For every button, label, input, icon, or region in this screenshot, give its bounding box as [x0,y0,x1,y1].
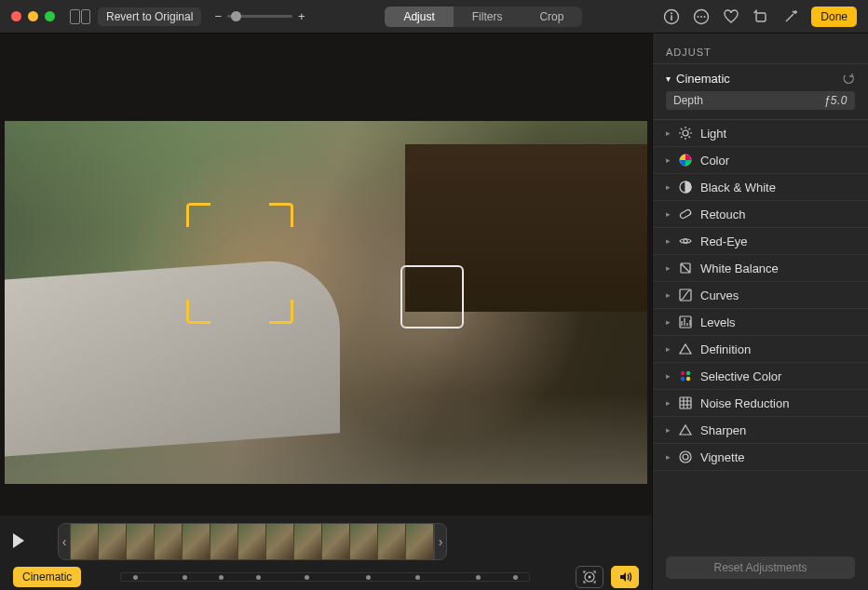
zoom-out-icon: − [214,9,222,23]
title-bar: Revert to Original − + Adjust Filters Cr… [0,0,868,34]
close-window-button[interactable] [11,11,21,21]
adjustment-label: Curves [700,288,739,302]
chevron-right-icon: ▸ [666,155,671,165]
svg-point-10 [683,130,688,136]
adjustment-levels[interactable]: ▸ Levels [653,309,868,336]
adjustment-curves[interactable]: ▸ Curves [653,282,868,309]
adjustment-label: Sharpen [700,423,746,437]
compare-view-toggle[interactable] [70,9,90,24]
chevron-right-icon: ▸ [666,290,671,300]
play-button[interactable] [13,533,30,550]
trim-handle-left[interactable]: ‹ [58,523,71,560]
triangle-icon [678,342,693,356]
sun-icon [678,126,693,141]
done-button[interactable]: Done [811,7,857,27]
timeline: ‹ › Cinematic [0,516,652,590]
cinematic-mode-pill[interactable]: Cinematic [13,567,81,587]
color-wheel-icon [678,153,693,168]
adjustment-white-balance[interactable]: ▸ White Balance [653,255,868,282]
favorite-heart-icon[interactable] [722,7,740,26]
chevron-right-icon: ▸ [666,128,671,138]
chevron-right-icon: ▸ [666,398,671,408]
photo-preview [5,121,647,484]
tab-crop[interactable]: Crop [521,7,582,27]
half-circle-icon [678,180,693,194]
chevron-right-icon: ▸ [666,182,671,192]
adjustment-noise-reduction[interactable]: ▸ Noise Reduction [653,390,868,417]
filmstrip[interactable]: ‹ › [58,523,447,560]
preview-canvas[interactable] [0,34,652,516]
focus-box-secondary[interactable] [400,265,464,329]
zoom-in-icon: + [298,9,305,23]
adjustment-retouch[interactable]: ▸ Retouch [653,201,868,228]
chevron-right-icon: ▸ [666,317,671,327]
chevron-right-icon: ▸ [666,209,671,219]
adjustment-label: White Balance [700,261,779,275]
fullscreen-button[interactable] [45,11,55,21]
palette-icon [678,369,693,383]
adjustment-label: Definition [700,342,751,356]
svg-rect-7 [756,13,766,21]
tab-adjust[interactable]: Adjust [385,7,453,27]
minimize-window-button[interactable] [28,11,38,21]
adjustment-label: Noise Reduction [700,396,789,410]
cinematic-label: Cinematic [676,72,730,86]
trim-handle-right[interactable]: › [434,523,447,560]
depth-slider[interactable]: Depth ƒ5.0 [666,91,855,110]
svg-point-6 [704,16,706,18]
triangle-icon [678,422,693,437]
adjustment-definition[interactable]: ▸ Definition [653,336,868,363]
focus-track[interactable] [120,572,530,582]
tab-filters[interactable]: Filters [454,7,522,27]
svg-rect-13 [679,208,691,219]
svg-point-14 [684,239,687,243]
chevron-down-icon[interactable]: ▾ [666,74,671,84]
svg-point-9 [589,576,591,579]
chevron-right-icon: ▸ [666,263,671,273]
svg-point-21 [686,377,690,381]
adjustment-label: Red-Eye [700,235,748,248]
vignette-icon [678,449,693,464]
grid-icon [678,396,693,410]
adjustment-light[interactable]: ▸ Light [653,120,868,147]
adjustment-label: Light [700,127,726,141]
adjustment-label: Levels [700,315,736,329]
svg-point-24 [683,454,688,460]
svg-point-1 [671,12,672,14]
focus-box-primary[interactable] [186,203,293,324]
bandage-icon [678,207,693,221]
svg-point-18 [681,371,685,375]
focus-point-toggle[interactable] [576,566,604,588]
adjustment-vignette[interactable]: ▸ Vignette [653,444,868,471]
revert-to-original-button[interactable]: Revert to Original [98,7,201,26]
svg-point-5 [700,16,702,18]
curves-icon [678,288,693,302]
adjustment-black-white[interactable]: ▸ Black & White [653,174,868,201]
sidebar-heading: ADJUST [653,43,868,64]
info-icon[interactable] [662,7,681,26]
adjustment-red-eye[interactable]: ▸ Red-Eye [653,228,868,255]
levels-icon [678,315,693,329]
audio-toggle[interactable] [611,566,639,588]
adjustment-color[interactable]: ▸ Color [653,147,868,174]
adjustment-selective-color[interactable]: ▸ Selective Color [653,363,868,390]
auto-enhance-icon[interactable] [781,7,800,26]
adjustment-label: Vignette [700,450,744,464]
reset-adjustments-button[interactable]: Reset Adjustments [666,556,855,579]
svg-point-4 [698,16,699,18]
chevron-right-icon: ▸ [666,425,671,435]
thermometer-icon [678,261,693,275]
traffic-lights [11,11,55,21]
rotate-icon[interactable] [752,7,770,26]
cinematic-section: ▾ Cinematic Depth ƒ5.0 [653,64,868,120]
adjustment-label: Color [700,154,729,168]
zoom-slider[interactable]: − + [214,9,305,23]
svg-rect-2 [671,15,673,20]
adjustment-label: Black & White [700,181,776,194]
chevron-right-icon: ▸ [666,344,671,354]
svg-point-19 [686,371,690,375]
adjustment-sharpen[interactable]: ▸ Sharpen [653,417,868,444]
eye-icon [678,234,693,248]
reset-cinematic-icon[interactable] [842,73,855,86]
more-icon[interactable] [692,7,711,26]
